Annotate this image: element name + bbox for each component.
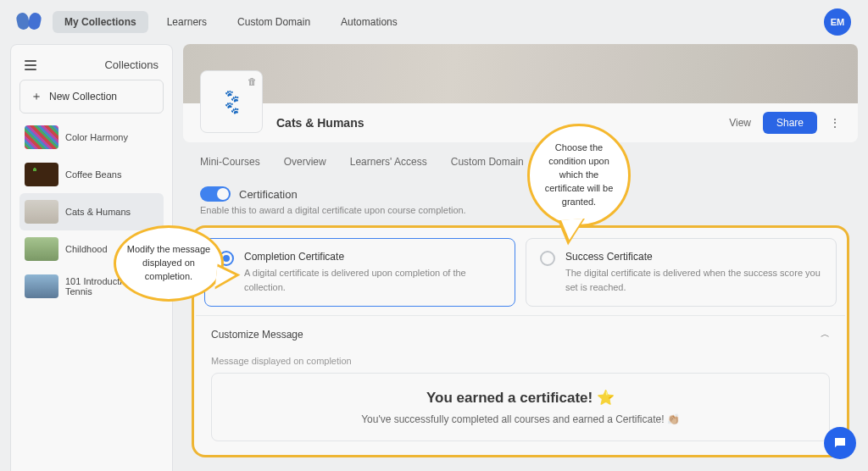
more-icon[interactable]: ⋮ [829,116,841,130]
new-collection-label: New Collection [49,91,117,103]
certification-subtitle: Enable this to award a digital certifica… [200,205,841,215]
thumb [25,200,58,224]
callout-modify-message: Modify the message displayed on completi… [114,225,224,302]
certification-toggle[interactable] [200,186,231,202]
option-description: A digital certificate is delivered upon … [244,266,501,294]
certification-label: Certification [239,188,298,201]
trash-icon[interactable]: 🗑 [248,76,257,86]
highlighted-region: Completion Certificate A digital certifi… [192,225,849,457]
option-title: Completion Certificate [244,251,501,263]
paw-icon: 🐾 [225,102,239,114]
nav-tab-learners[interactable]: Learners [155,11,219,33]
subtab-overview[interactable]: Overview [284,156,326,176]
radio-success[interactable] [540,251,555,266]
thumb [25,163,58,186]
nav-tab-my-collections[interactable]: My Collections [53,11,148,33]
avatar[interactable]: EM [824,8,851,36]
sidebar-item-label: Childhood [65,244,108,254]
chat-icon[interactable] [824,427,856,459]
message-title: You earned a certificate! ⭐ [227,389,814,407]
hamburger-icon[interactable] [25,60,36,70]
collection-title: Cats & Humans [276,116,364,130]
callout-text: Modify the message displayed on completi… [126,243,211,284]
option-title: Success Certificate [565,251,822,263]
option-success-certificate[interactable]: Success Certificate The digital certific… [526,238,837,307]
sidebar-item-label: Cats & Humans [65,207,131,217]
customize-message-title: Customize Message [211,329,303,341]
option-description: The digital certificate is delivered whe… [565,266,822,294]
subtab-custom-domain[interactable]: Custom Domain [451,156,524,176]
plus-icon: ＋ [31,89,42,104]
message-preview[interactable]: You earned a certificate! ⭐ You've succe… [211,373,830,441]
collection-banner [183,44,858,103]
sidebar-item-label: Coffee Beans [65,169,121,180]
thumb [25,237,58,261]
sidebar-item-label: Color Harmony [65,132,128,142]
thumb [25,274,58,298]
thumb [25,125,58,149]
callout-choose-condition: Choose the condition upon which the cert… [527,124,631,227]
chevron-up-icon[interactable]: ︿ [821,328,830,341]
collection-icon[interactable]: 🗑 🐾 🐾 [200,70,263,133]
subtab-learners-access[interactable]: Learners' Access [350,156,427,176]
sidebar-item-color-harmony[interactable]: Color Harmony [19,119,164,156]
sidebar-title: Collections [104,58,159,71]
nav-tab-custom-domain[interactable]: Custom Domain [225,11,322,33]
option-completion-certificate[interactable]: Completion Certificate A digital certifi… [204,238,515,307]
callout-text: Choose the condition upon which the cert… [540,141,618,209]
share-button[interactable]: Share [763,112,817,134]
view-button[interactable]: View [729,117,751,129]
nav-tab-automations[interactable]: Automations [329,11,409,33]
paw-icon: 🐾 [225,90,239,102]
sidebar-item-cats-humans[interactable]: Cats & Humans [19,193,164,230]
new-collection-button[interactable]: ＋ New Collection [19,80,164,114]
customize-message-subtitle: Message displayed on completion [211,356,830,366]
subtab-mini-courses[interactable]: Mini-Courses [200,156,260,176]
sidebar-item-coffee-beans[interactable]: Coffee Beans [19,156,164,193]
logo[interactable] [17,13,41,31]
message-body: You've successfully completed all course… [227,413,814,425]
